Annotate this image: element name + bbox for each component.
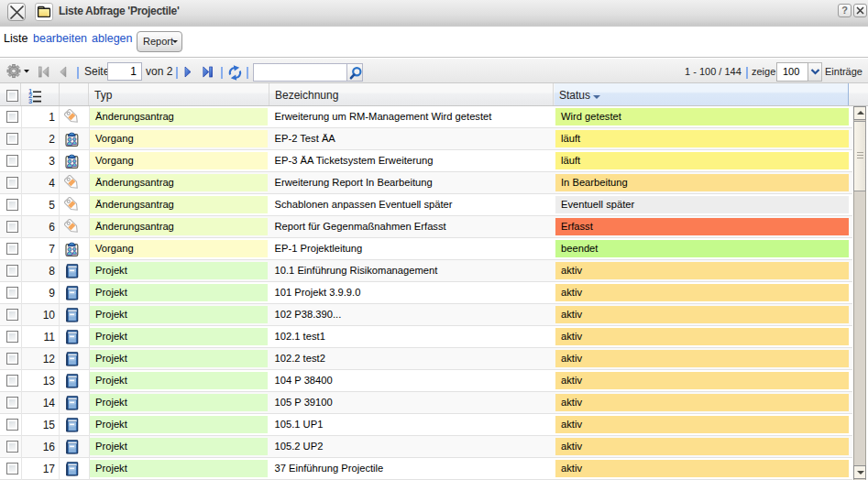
- svg-text:3: 3: [28, 97, 32, 104]
